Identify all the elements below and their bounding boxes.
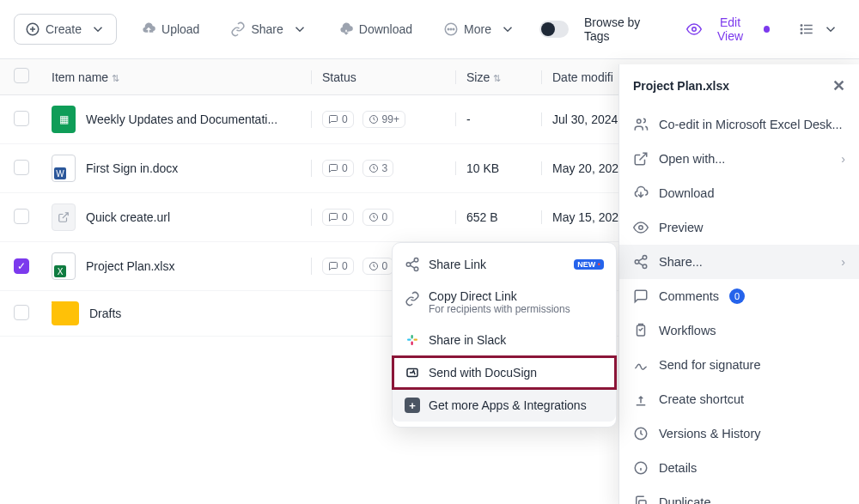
edit-view-button[interactable]: Edit View xyxy=(679,10,777,48)
panel-item-label: Co-edit in Microsoft Excel Desk... xyxy=(659,118,843,131)
column-size[interactable]: Size⇅ xyxy=(455,70,541,84)
clipboard-icon xyxy=(633,323,649,338)
share-toolbar-button[interactable]: Share xyxy=(223,16,314,42)
sort-icon: ⇅ xyxy=(493,73,501,83)
link-icon xyxy=(230,21,246,37)
panel-item-label: Preview xyxy=(659,221,704,234)
panel-item-label: Versions & History xyxy=(659,427,760,440)
share-slack-item[interactable]: Share in Slack xyxy=(393,324,616,356)
download-label: Download xyxy=(359,22,412,36)
plus-square-icon: + xyxy=(405,398,420,413)
select-all-checkbox[interactable] xyxy=(14,68,29,83)
download-item[interactable]: Download xyxy=(619,176,859,210)
svg-point-3 xyxy=(450,28,452,30)
comments-pill[interactable]: 0 xyxy=(322,111,354,128)
share-icon xyxy=(633,254,649,270)
upload-label: Upload xyxy=(161,22,199,36)
close-icon[interactable]: ✕ xyxy=(832,76,845,95)
svg-point-25 xyxy=(414,258,418,263)
panel-item-label: Share... xyxy=(659,255,703,269)
file-size: - xyxy=(455,112,541,126)
create-shortcut-item[interactable]: Create shortcut xyxy=(619,382,859,416)
edit-view-indicator xyxy=(764,26,770,33)
comments-item[interactable]: Comments 0 xyxy=(619,279,859,313)
coedit-item[interactable]: Co-edit in Microsoft Excel Desk... xyxy=(619,107,859,142)
panel-item-label: Download xyxy=(659,186,715,200)
svg-point-9 xyxy=(801,25,802,27)
word-file-icon xyxy=(52,155,76,182)
chevron-down-icon xyxy=(500,21,515,37)
panel-item-label: Send for signature xyxy=(659,358,761,372)
file-size: 652 B xyxy=(455,210,541,224)
cloud-download-icon xyxy=(338,21,354,37)
chevron-right-icon: › xyxy=(841,255,845,269)
row-checkbox[interactable] xyxy=(14,305,29,320)
upload-button[interactable]: Upload xyxy=(134,16,206,42)
docusign-icon xyxy=(405,365,420,380)
column-name[interactable]: Item name⇅ xyxy=(48,70,311,84)
cloud-upload-icon xyxy=(141,21,156,37)
edit-view-label: Edit View xyxy=(707,15,752,43)
copy-icon xyxy=(633,495,649,504)
share-item[interactable]: Share... › xyxy=(619,245,859,279)
details-item[interactable]: Details xyxy=(619,451,859,485)
chevron-down-icon xyxy=(90,21,106,37)
send-signature-item[interactable]: Send for signature xyxy=(619,348,859,382)
svg-point-10 xyxy=(801,28,802,30)
folder-icon xyxy=(52,301,79,325)
eye-icon xyxy=(633,220,649,235)
panel-item-label: Duplicate xyxy=(659,495,710,504)
sheets-file-icon: ▦ xyxy=(52,106,76,133)
browse-tags-label: Browse by Tags xyxy=(584,15,664,43)
download-icon xyxy=(633,185,649,201)
svg-rect-31 xyxy=(411,342,413,346)
share-icon xyxy=(405,257,420,272)
url-file-icon xyxy=(52,203,76,231)
share-toolbar-label: Share xyxy=(251,22,283,36)
open-with-item[interactable]: Open with... › xyxy=(619,142,859,176)
comments-pill[interactable]: 0 xyxy=(322,258,354,275)
comments-pill[interactable]: 0 xyxy=(322,160,354,177)
download-toolbar-button[interactable]: Download xyxy=(332,16,419,42)
copy-direct-link-item[interactable]: Copy Direct Link For recipients with per… xyxy=(393,281,616,324)
comments-count-badge: 0 xyxy=(729,288,745,304)
comments-pill[interactable]: 0 xyxy=(322,209,354,226)
svg-point-4 xyxy=(453,28,454,30)
chevron-right-icon: › xyxy=(841,152,845,166)
eye-icon xyxy=(686,21,702,37)
view-options-button[interactable] xyxy=(792,16,845,42)
people-icon xyxy=(633,117,649,132)
svg-point-16 xyxy=(637,119,642,124)
row-checkbox[interactable]: ✓ xyxy=(14,258,29,274)
new-badge: NEW xyxy=(574,259,604,270)
excel-file-icon xyxy=(52,252,76,280)
row-checkbox[interactable] xyxy=(14,111,29,126)
versions-history-item[interactable]: Versions & History xyxy=(619,416,859,451)
file-name: First Sign in.docx xyxy=(86,161,178,175)
preview-item[interactable]: Preview xyxy=(619,210,859,245)
svg-point-26 xyxy=(406,263,411,267)
duplicate-item[interactable]: Duplicate xyxy=(619,485,859,504)
get-integrations-item[interactable]: + Get more Apps & Integrations xyxy=(393,389,616,422)
chevron-down-icon xyxy=(823,21,838,37)
workflows-item[interactable]: Workflows xyxy=(619,313,859,348)
more-button[interactable]: More xyxy=(436,16,522,42)
versions-pill[interactable]: 3 xyxy=(362,160,394,177)
versions-pill[interactable]: 0 xyxy=(362,258,394,275)
plus-icon xyxy=(25,21,40,37)
row-checkbox[interactable] xyxy=(14,209,29,224)
create-button[interactable]: Create xyxy=(14,14,117,45)
svg-point-18 xyxy=(643,256,647,260)
versions-pill[interactable]: 99+ xyxy=(362,111,405,128)
slack-icon xyxy=(405,332,420,348)
more-icon xyxy=(443,21,459,37)
svg-point-2 xyxy=(448,28,449,30)
share-link-item[interactable]: Share Link NEW xyxy=(393,248,616,281)
send-docusign-item[interactable]: Send with DocuSign xyxy=(393,356,616,389)
svg-point-11 xyxy=(801,33,802,34)
column-status[interactable]: Status xyxy=(311,70,455,84)
row-checkbox[interactable] xyxy=(14,160,29,175)
versions-pill[interactable]: 0 xyxy=(362,209,394,226)
share-submenu: Share Link NEW Copy Direct Link For reci… xyxy=(392,242,617,428)
browse-tags-toggle[interactable] xyxy=(539,21,569,38)
